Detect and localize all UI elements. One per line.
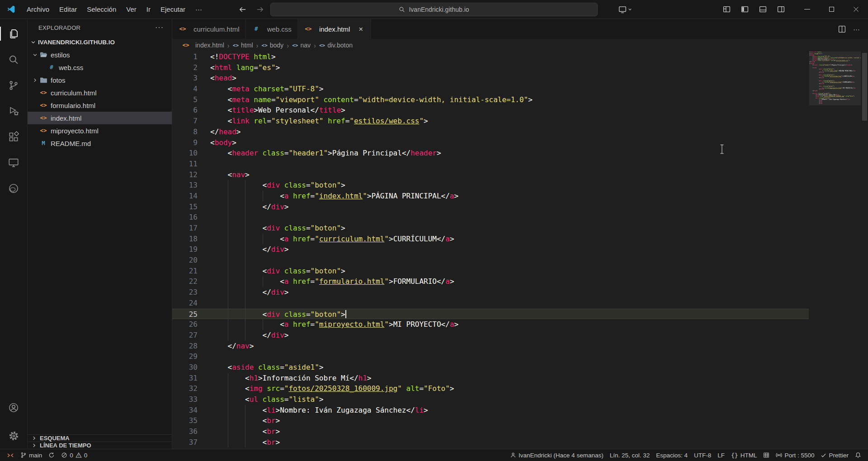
code-line-37[interactable]: 37 <br> — [172, 437, 809, 448]
code-line-33[interactable]: 33 <ul class="lista"> — [172, 394, 809, 405]
customize-layout-icon[interactable] — [719, 3, 734, 16]
code-line-36[interactable]: 36 <br> — [172, 426, 809, 437]
breadcrumb-nav[interactable]: <>nav — [292, 42, 311, 49]
status-prettier[interactable]: Prettier — [817, 449, 852, 461]
menu-ejecutar[interactable]: Ejecutar — [156, 3, 190, 16]
code-line-10[interactable]: 10 <header class="header1">Página Princi… — [172, 148, 809, 159]
status-remote-indicator[interactable] — [4, 449, 17, 461]
status-cursor-position[interactable]: Lín. 25, col. 32 — [607, 449, 653, 461]
code-line-31[interactable]: 31 <h1>Información Sobre Mí</h1> — [172, 373, 809, 384]
file-curriculum.html[interactable]: <>curriculum.html — [28, 86, 172, 99]
file-readme.md[interactable]: MREADME.md — [28, 137, 172, 150]
close-button[interactable] — [844, 0, 868, 19]
code-line-23[interactable]: 23 </div> — [172, 287, 809, 298]
forward-icon[interactable] — [256, 5, 264, 14]
activity-run-debug[interactable] — [0, 98, 27, 124]
code-line-13[interactable]: 13 <div class="boton"> — [172, 180, 809, 191]
code-line-15[interactable]: 15 </div> — [172, 202, 809, 212]
activity-settings[interactable] — [0, 423, 27, 449]
code-line-2[interactable]: 2<html lang="es"> — [172, 62, 809, 73]
section-esquema[interactable]: ESQUEMA — [28, 434, 172, 442]
editor-scrollbar[interactable] — [861, 52, 868, 449]
code-line-20[interactable]: 20 — [172, 255, 809, 266]
activity-account[interactable] — [0, 395, 27, 420]
code-line-14[interactable]: 14 <a href="index.html">PÁGINA PRINCIPAL… — [172, 191, 809, 202]
status-problems[interactable]: 00 — [58, 449, 90, 461]
menu-ir[interactable]: Ir — [142, 3, 156, 16]
status-indentation[interactable]: Espacios: 4 — [653, 449, 691, 461]
tab-web-css[interactable]: #web.css — [246, 19, 298, 39]
code-line-11[interactable]: 11 — [172, 159, 809, 169]
code-line-35[interactable]: 35 <br> — [172, 415, 809, 426]
tab-close-icon[interactable]: × — [357, 25, 365, 33]
minimap-slider[interactable] — [809, 52, 861, 105]
code-line-4[interactable]: 4 <meta charset="UTF-8"> — [172, 84, 809, 94]
status-encoding[interactable]: UTF-8 — [691, 449, 714, 461]
code-line-9[interactable]: 9<body> — [172, 137, 809, 148]
maximize-button[interactable] — [819, 0, 844, 19]
code-line-25[interactable]: 25 <div class="boton"> — [172, 309, 809, 320]
toggle-sidebar-icon[interactable] — [737, 3, 752, 16]
menu-archivo[interactable]: Archivo — [22, 3, 54, 16]
tab-index-html[interactable]: <>index.html× — [298, 19, 371, 39]
status-language-mode[interactable]: {}HTML — [728, 449, 760, 461]
file-formulario.html[interactable]: <>formulario.html — [28, 99, 172, 112]
code-line-26[interactable]: 26 <a href="miproyecto.html">MI PROYECTO… — [172, 319, 809, 330]
breadcrumb-html[interactable]: <>html — [233, 42, 253, 49]
code-line-16[interactable]: 16 — [172, 212, 809, 223]
profile-browser-control[interactable] — [618, 5, 632, 14]
activity-extensions[interactable] — [0, 124, 27, 150]
breadcrumb-div-boton[interactable]: <>div.boton — [319, 42, 353, 49]
file-miproyecto.html[interactable]: <>miproyecto.html — [28, 124, 172, 137]
status-live-server-port[interactable]: Port : 5500 — [773, 449, 817, 461]
editor-more-actions[interactable]: ··· — [853, 25, 860, 33]
activity-github[interactable] — [0, 175, 27, 201]
code-line-29[interactable]: 29 — [172, 351, 809, 362]
toggle-secondary-sidebar-icon[interactable] — [773, 3, 788, 16]
code-line-1[interactable]: 1<!DOCTYPE html> — [172, 52, 809, 62]
tab-curriculum-html[interactable]: <>curriculum.html — [172, 19, 246, 39]
file-index.html[interactable]: <>index.html — [28, 112, 172, 124]
code-line-27[interactable]: 27 </div> — [172, 330, 809, 341]
code-line-30[interactable]: 30 <aside class="aside1"> — [172, 362, 809, 373]
activity-search[interactable] — [0, 47, 27, 72]
back-icon[interactable] — [239, 5, 247, 14]
status-table-view[interactable] — [760, 449, 773, 461]
command-center[interactable]: IvanEndricki.github.io — [270, 3, 598, 16]
code-line-5[interactable]: 5 <meta name="viewport" content="width=d… — [172, 94, 809, 105]
file-estilos[interactable]: estilos — [28, 48, 172, 61]
status-git-branch[interactable]: main — [17, 449, 45, 461]
code-line-6[interactable]: 6 <title>Web Personal</title> — [172, 105, 809, 116]
breadcrumb-body[interactable]: <>body — [262, 42, 284, 49]
code-line-12[interactable]: 12 <nav> — [172, 169, 809, 180]
section-l-nea-de-tiempo[interactable]: LÍNEA DE TIEMPO — [28, 442, 172, 449]
code-line-28[interactable]: 28 </nav> — [172, 341, 809, 352]
status-notifications[interactable] — [852, 449, 864, 461]
code-line-24[interactable]: 24 — [172, 298, 809, 309]
menu-seleccin[interactable]: Selección — [82, 3, 121, 16]
code-line-22[interactable]: 22 <a href="formulario.html">FORMULARIO<… — [172, 276, 809, 287]
code-line-21[interactable]: 21 <div class="boton"> — [172, 266, 809, 277]
status-sync-changes[interactable] — [45, 449, 58, 461]
code-line-8[interactable]: 8</head> — [172, 127, 809, 137]
breadcrumb-index-html[interactable]: <>index.html — [181, 42, 224, 49]
code-line-17[interactable]: 17 <div class="boton"> — [172, 223, 809, 234]
activity-explorer[interactable] — [0, 21, 27, 47]
minimize-button[interactable] — [795, 0, 819, 19]
menu-more[interactable]: ··· — [190, 3, 207, 16]
activity-source-control[interactable] — [0, 72, 27, 98]
code-line-34[interactable]: 34 <li>Nombre: Iván Zugazaga Sánchez</li… — [172, 405, 809, 416]
explorer-root-folder[interactable]: IVANENDRICKI.GITHUB.IO — [28, 36, 172, 48]
menu-ver[interactable]: Ver — [121, 3, 142, 16]
file-web.css[interactable]: #web.css — [28, 61, 172, 74]
code-line-7[interactable]: 7 <link rel="stylesheet" href="estilos/w… — [172, 116, 809, 127]
explorer-more-actions[interactable]: ··· — [155, 24, 164, 32]
code-line-18[interactable]: 18 <a href="curriculum.html">CURRÍCULUM<… — [172, 234, 809, 245]
file-fotos[interactable]: fotos — [28, 74, 172, 86]
activity-remote-explorer[interactable] — [0, 150, 27, 175]
toggle-panel-icon[interactable] — [755, 3, 770, 16]
code-line-32[interactable]: 32 <img src="fotos/20250328_160009.jpg" … — [172, 383, 809, 394]
status-eol[interactable]: LF — [714, 449, 728, 461]
minimap[interactable]: <!DOCTYPE html><html lang="es"><head> <m… — [809, 52, 861, 449]
menu-editar[interactable]: Editar — [54, 3, 82, 16]
